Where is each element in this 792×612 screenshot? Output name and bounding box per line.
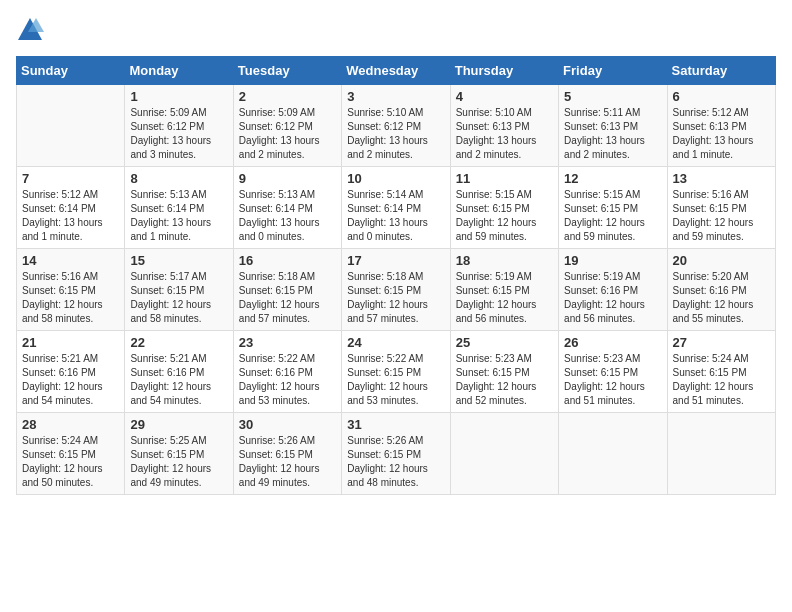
logo-icon (16, 16, 44, 44)
day-number: 26 (564, 335, 661, 350)
day-info: Sunrise: 5:19 AM Sunset: 6:15 PM Dayligh… (456, 270, 553, 326)
day-info: Sunrise: 5:20 AM Sunset: 6:16 PM Dayligh… (673, 270, 770, 326)
calendar-week-row: 14Sunrise: 5:16 AM Sunset: 6:15 PM Dayli… (17, 249, 776, 331)
day-number: 12 (564, 171, 661, 186)
day-number: 28 (22, 417, 119, 432)
col-wednesday: Wednesday (342, 57, 450, 85)
col-monday: Monday (125, 57, 233, 85)
calendar-cell: 10Sunrise: 5:14 AM Sunset: 6:14 PM Dayli… (342, 167, 450, 249)
day-info: Sunrise: 5:22 AM Sunset: 6:16 PM Dayligh… (239, 352, 336, 408)
day-info: Sunrise: 5:17 AM Sunset: 6:15 PM Dayligh… (130, 270, 227, 326)
day-info: Sunrise: 5:23 AM Sunset: 6:15 PM Dayligh… (456, 352, 553, 408)
calendar-cell: 13Sunrise: 5:16 AM Sunset: 6:15 PM Dayli… (667, 167, 775, 249)
calendar-cell: 6Sunrise: 5:12 AM Sunset: 6:13 PM Daylig… (667, 85, 775, 167)
day-number: 13 (673, 171, 770, 186)
calendar-cell: 1Sunrise: 5:09 AM Sunset: 6:12 PM Daylig… (125, 85, 233, 167)
calendar-cell: 20Sunrise: 5:20 AM Sunset: 6:16 PM Dayli… (667, 249, 775, 331)
page-header (16, 16, 776, 44)
day-number: 23 (239, 335, 336, 350)
calendar-cell: 18Sunrise: 5:19 AM Sunset: 6:15 PM Dayli… (450, 249, 558, 331)
calendar-cell: 12Sunrise: 5:15 AM Sunset: 6:15 PM Dayli… (559, 167, 667, 249)
day-number: 29 (130, 417, 227, 432)
day-info: Sunrise: 5:13 AM Sunset: 6:14 PM Dayligh… (239, 188, 336, 244)
day-number: 4 (456, 89, 553, 104)
day-number: 9 (239, 171, 336, 186)
calendar-cell: 17Sunrise: 5:18 AM Sunset: 6:15 PM Dayli… (342, 249, 450, 331)
day-number: 10 (347, 171, 444, 186)
calendar-cell: 25Sunrise: 5:23 AM Sunset: 6:15 PM Dayli… (450, 331, 558, 413)
day-number: 22 (130, 335, 227, 350)
day-info: Sunrise: 5:24 AM Sunset: 6:15 PM Dayligh… (673, 352, 770, 408)
day-info: Sunrise: 5:21 AM Sunset: 6:16 PM Dayligh… (130, 352, 227, 408)
day-info: Sunrise: 5:11 AM Sunset: 6:13 PM Dayligh… (564, 106, 661, 162)
day-info: Sunrise: 5:16 AM Sunset: 6:15 PM Dayligh… (673, 188, 770, 244)
day-number: 3 (347, 89, 444, 104)
col-sunday: Sunday (17, 57, 125, 85)
day-number: 25 (456, 335, 553, 350)
day-number: 1 (130, 89, 227, 104)
logo (16, 16, 48, 44)
day-number: 27 (673, 335, 770, 350)
calendar-week-row: 7Sunrise: 5:12 AM Sunset: 6:14 PM Daylig… (17, 167, 776, 249)
calendar-cell: 11Sunrise: 5:15 AM Sunset: 6:15 PM Dayli… (450, 167, 558, 249)
day-number: 20 (673, 253, 770, 268)
col-saturday: Saturday (667, 57, 775, 85)
calendar-cell (559, 413, 667, 495)
day-info: Sunrise: 5:12 AM Sunset: 6:13 PM Dayligh… (673, 106, 770, 162)
col-thursday: Thursday (450, 57, 558, 85)
calendar-cell: 19Sunrise: 5:19 AM Sunset: 6:16 PM Dayli… (559, 249, 667, 331)
day-info: Sunrise: 5:09 AM Sunset: 6:12 PM Dayligh… (239, 106, 336, 162)
day-number: 18 (456, 253, 553, 268)
day-number: 16 (239, 253, 336, 268)
calendar-cell: 29Sunrise: 5:25 AM Sunset: 6:15 PM Dayli… (125, 413, 233, 495)
calendar-table: Sunday Monday Tuesday Wednesday Thursday… (16, 56, 776, 495)
day-info: Sunrise: 5:24 AM Sunset: 6:15 PM Dayligh… (22, 434, 119, 490)
calendar-cell: 27Sunrise: 5:24 AM Sunset: 6:15 PM Dayli… (667, 331, 775, 413)
day-number: 6 (673, 89, 770, 104)
day-number: 5 (564, 89, 661, 104)
day-info: Sunrise: 5:12 AM Sunset: 6:14 PM Dayligh… (22, 188, 119, 244)
col-tuesday: Tuesday (233, 57, 341, 85)
day-number: 30 (239, 417, 336, 432)
calendar-header-row: Sunday Monday Tuesday Wednesday Thursday… (17, 57, 776, 85)
day-number: 17 (347, 253, 444, 268)
calendar-cell: 2Sunrise: 5:09 AM Sunset: 6:12 PM Daylig… (233, 85, 341, 167)
calendar-cell: 28Sunrise: 5:24 AM Sunset: 6:15 PM Dayli… (17, 413, 125, 495)
day-number: 8 (130, 171, 227, 186)
day-number: 19 (564, 253, 661, 268)
calendar-cell: 24Sunrise: 5:22 AM Sunset: 6:15 PM Dayli… (342, 331, 450, 413)
calendar-cell: 8Sunrise: 5:13 AM Sunset: 6:14 PM Daylig… (125, 167, 233, 249)
calendar-week-row: 1Sunrise: 5:09 AM Sunset: 6:12 PM Daylig… (17, 85, 776, 167)
day-number: 7 (22, 171, 119, 186)
day-info: Sunrise: 5:18 AM Sunset: 6:15 PM Dayligh… (347, 270, 444, 326)
calendar-cell (450, 413, 558, 495)
day-number: 31 (347, 417, 444, 432)
calendar-cell: 23Sunrise: 5:22 AM Sunset: 6:16 PM Dayli… (233, 331, 341, 413)
day-info: Sunrise: 5:18 AM Sunset: 6:15 PM Dayligh… (239, 270, 336, 326)
day-info: Sunrise: 5:25 AM Sunset: 6:15 PM Dayligh… (130, 434, 227, 490)
calendar-week-row: 21Sunrise: 5:21 AM Sunset: 6:16 PM Dayli… (17, 331, 776, 413)
calendar-cell: 15Sunrise: 5:17 AM Sunset: 6:15 PM Dayli… (125, 249, 233, 331)
day-number: 11 (456, 171, 553, 186)
calendar-cell (667, 413, 775, 495)
day-info: Sunrise: 5:15 AM Sunset: 6:15 PM Dayligh… (564, 188, 661, 244)
day-info: Sunrise: 5:16 AM Sunset: 6:15 PM Dayligh… (22, 270, 119, 326)
calendar-week-row: 28Sunrise: 5:24 AM Sunset: 6:15 PM Dayli… (17, 413, 776, 495)
calendar-cell (17, 85, 125, 167)
day-number: 15 (130, 253, 227, 268)
day-info: Sunrise: 5:23 AM Sunset: 6:15 PM Dayligh… (564, 352, 661, 408)
day-info: Sunrise: 5:14 AM Sunset: 6:14 PM Dayligh… (347, 188, 444, 244)
day-info: Sunrise: 5:19 AM Sunset: 6:16 PM Dayligh… (564, 270, 661, 326)
day-number: 14 (22, 253, 119, 268)
day-info: Sunrise: 5:10 AM Sunset: 6:13 PM Dayligh… (456, 106, 553, 162)
day-info: Sunrise: 5:22 AM Sunset: 6:15 PM Dayligh… (347, 352, 444, 408)
calendar-cell: 4Sunrise: 5:10 AM Sunset: 6:13 PM Daylig… (450, 85, 558, 167)
col-friday: Friday (559, 57, 667, 85)
calendar-cell: 7Sunrise: 5:12 AM Sunset: 6:14 PM Daylig… (17, 167, 125, 249)
day-number: 21 (22, 335, 119, 350)
day-info: Sunrise: 5:10 AM Sunset: 6:12 PM Dayligh… (347, 106, 444, 162)
calendar-cell: 14Sunrise: 5:16 AM Sunset: 6:15 PM Dayli… (17, 249, 125, 331)
calendar-cell: 9Sunrise: 5:13 AM Sunset: 6:14 PM Daylig… (233, 167, 341, 249)
day-info: Sunrise: 5:09 AM Sunset: 6:12 PM Dayligh… (130, 106, 227, 162)
day-info: Sunrise: 5:21 AM Sunset: 6:16 PM Dayligh… (22, 352, 119, 408)
